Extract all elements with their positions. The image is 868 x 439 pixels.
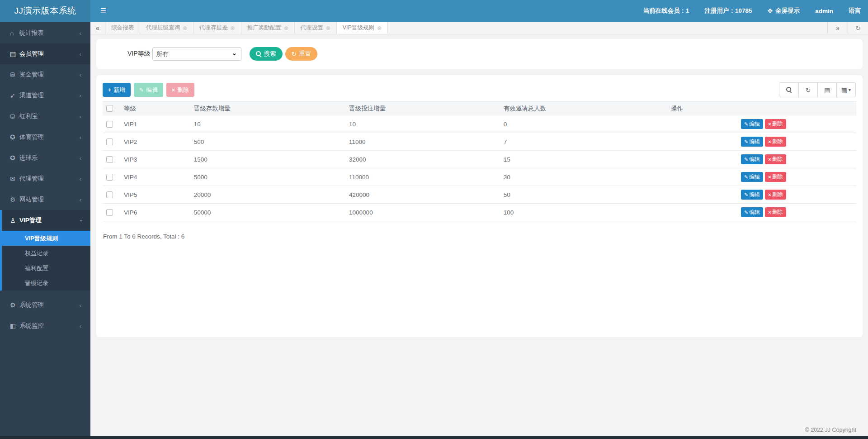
user-menu[interactable]: admin xyxy=(815,8,833,14)
row-checkbox[interactable] xyxy=(106,209,113,216)
row-edit-button[interactable]: ✎编辑 xyxy=(741,172,763,182)
row-checkbox[interactable] xyxy=(106,174,113,181)
delete-icon: × xyxy=(768,174,771,180)
sidebar-item[interactable]: ⌂ 统计报表 ‹ xyxy=(0,23,90,43)
row-edit-button[interactable]: ✎编辑 xyxy=(741,119,763,129)
row-delete-button[interactable]: ×删除 xyxy=(765,154,786,164)
table-row: VIP2 500 11000 7 ✎编辑×删除 xyxy=(103,133,856,151)
sidebar-item[interactable]: ➹ 渠道管理 ‹ xyxy=(0,85,90,106)
chevron-down-icon: ‹ xyxy=(77,220,84,221)
delete-icon: × xyxy=(768,157,771,162)
select-all-checkbox[interactable] xyxy=(106,105,113,112)
row-checkbox[interactable] xyxy=(106,191,113,198)
caret-down-icon: ▾ xyxy=(849,87,851,92)
tab[interactable]: VIP晋级规则 ⊗ xyxy=(337,22,388,34)
delete-button[interactable]: × 删除 xyxy=(166,83,194,97)
monitor-camera-icon: ◧ xyxy=(10,322,19,329)
table-row: VIP3 1500 32000 15 ✎编辑×删除 xyxy=(103,151,856,168)
search-button[interactable]: 搜索 xyxy=(250,47,283,61)
table-toolbar: + 新增 ✎ 编辑 × 删除 ↻ ▤ ▦▾ xyxy=(103,82,856,97)
col-header-deposit-increment: 晋级存款增量 xyxy=(194,102,349,115)
hamburger-menu-icon[interactable]: ≡ xyxy=(100,0,106,22)
sidebar-subitem[interactable]: 权益记录 xyxy=(2,246,90,261)
edit-icon: ✎ xyxy=(744,174,748,180)
tab-close-icon[interactable]: ⊗ xyxy=(183,25,187,31)
sidebar-item[interactable]: ⚙ 网站管理 ‹ xyxy=(0,189,90,210)
sidebar-item[interactable]: ✪ 进球乐 ‹ xyxy=(0,148,90,168)
copyright-text: © 2022 JJ Copyright xyxy=(805,427,856,433)
table-detail-view-button[interactable]: ▤ xyxy=(817,83,836,97)
row-checkbox[interactable] xyxy=(106,138,113,145)
edit-icon: ✎ xyxy=(744,157,748,162)
cell-bet-increment: 1000000 xyxy=(349,204,504,221)
tab-bar: « 综合报表 代理层级查询 ⊗ 代理存提差 ⊗ 推广奖励配置 ⊗ 代理设置 ⊗ … xyxy=(90,22,868,34)
table-refresh-button[interactable]: ↻ xyxy=(798,83,817,97)
row-delete-button[interactable]: ×删除 xyxy=(765,119,786,129)
cell-valid-invites: 30 xyxy=(504,168,671,186)
delete-icon: × xyxy=(768,192,771,197)
reset-button[interactable]: ↻ 重置 xyxy=(285,47,318,61)
tab-close-icon[interactable]: ⊗ xyxy=(231,25,235,31)
cell-bet-increment: 32000 xyxy=(349,151,504,168)
table-columns-button[interactable]: ▦▾ xyxy=(836,83,855,97)
tabs-refresh-icon[interactable]: ↻ xyxy=(848,22,868,34)
tab[interactable]: 推广奖励配置 ⊗ xyxy=(241,22,295,34)
table-panel: + 新增 ✎ 编辑 × 删除 ↻ ▤ ▦▾ xyxy=(96,75,863,337)
tabs-scroll-right-icon[interactable]: » xyxy=(827,22,848,34)
delete-icon: × xyxy=(172,87,175,93)
table-row: VIP1 10 10 0 ✎编辑×删除 xyxy=(103,115,856,133)
table-row: VIP4 5000 110000 30 ✎编辑×删除 xyxy=(103,168,856,186)
row-delete-button[interactable]: ×删除 xyxy=(765,207,786,217)
sidebar-item[interactable]: ✉ 代理管理 ‹ xyxy=(0,168,90,189)
edit-icon: ✎ xyxy=(744,139,748,145)
sidebar-item[interactable]: ▤ 会员管理 ‹ xyxy=(0,43,90,64)
sidebar-item[interactable]: ✪ 体育管理 ‹ xyxy=(0,127,90,148)
row-checkbox[interactable] xyxy=(106,156,113,163)
tab-close-icon[interactable]: ⊗ xyxy=(377,25,382,31)
row-edit-button[interactable]: ✎编辑 xyxy=(741,190,763,200)
tab-close-icon[interactable]: ⊗ xyxy=(284,25,288,31)
tabs-scroll-left-icon[interactable]: « xyxy=(90,22,105,34)
members-icon: ▤ xyxy=(10,50,19,57)
tab[interactable]: 代理存提差 ⊗ xyxy=(193,22,241,34)
tab[interactable]: 综合报表 xyxy=(105,22,140,34)
refresh-icon: ↻ xyxy=(806,86,811,94)
sidebar-item[interactable]: ⛁ 红利宝 ‹ xyxy=(0,106,90,127)
sidebar-item[interactable]: ♙ VIP管理 ‹ xyxy=(2,210,90,231)
sidebar-group-vip: ♙ VIP管理 ‹ VIP晋级规则权益记录福利配置晋级记录 xyxy=(0,210,90,291)
grid-view-icon: ▦ xyxy=(841,86,847,94)
table-row: VIP5 20000 420000 50 ✎编辑×删除 xyxy=(103,186,856,204)
fullscreen-button[interactable]: ✥ 全屏显示 xyxy=(768,7,800,15)
sidebar-item[interactable]: ⛁ 资金管理 ‹ xyxy=(0,64,90,85)
tab[interactable]: 代理层级查询 ⊗ xyxy=(140,22,193,34)
edit-button[interactable]: ✎ 编辑 xyxy=(134,83,163,97)
sidebar-item[interactable]: ⚙ 系统管理 ‹ xyxy=(0,295,90,315)
sidebar-subitem[interactable]: 福利配置 xyxy=(2,261,90,276)
add-button[interactable]: + 新增 xyxy=(103,83,131,97)
records-summary: From 1 To 6 Records, Total : 6 xyxy=(103,233,856,240)
delete-icon: × xyxy=(768,121,771,127)
row-edit-button[interactable]: ✎编辑 xyxy=(741,207,763,217)
home-icon: ⌂ xyxy=(10,29,19,37)
row-edit-button[interactable]: ✎编辑 xyxy=(741,137,763,147)
tab[interactable]: 代理设置 ⊗ xyxy=(295,22,337,34)
tab-close-icon[interactable]: ⊗ xyxy=(326,25,330,31)
sidebar-item[interactable]: ◧ 系统监控 ‹ xyxy=(0,315,90,336)
row-delete-button[interactable]: ×删除 xyxy=(765,172,786,182)
agent-icon: ✉ xyxy=(10,175,19,182)
row-checkbox[interactable] xyxy=(106,121,113,128)
tab-label: 综合报表 xyxy=(111,24,134,32)
sidebar-subitem[interactable]: VIP晋级规则 xyxy=(0,231,90,246)
chevron-left-icon: ‹ xyxy=(80,155,81,162)
cell-level: VIP4 xyxy=(121,168,194,186)
tab-label: 代理存提差 xyxy=(199,24,228,32)
row-edit-button[interactable]: ✎编辑 xyxy=(741,154,763,164)
table-search-button[interactable] xyxy=(779,83,798,97)
sidebar-subitem[interactable]: 晋级记录 xyxy=(2,276,90,291)
row-delete-button[interactable]: ×删除 xyxy=(765,190,786,200)
table-view-controls: ↻ ▤ ▦▾ xyxy=(779,82,856,97)
chevron-left-icon: ‹ xyxy=(80,113,81,120)
vip-level-select[interactable]: 所有 xyxy=(152,47,241,61)
language-menu[interactable]: 语言 xyxy=(849,7,861,15)
row-delete-button[interactable]: ×删除 xyxy=(765,137,786,147)
